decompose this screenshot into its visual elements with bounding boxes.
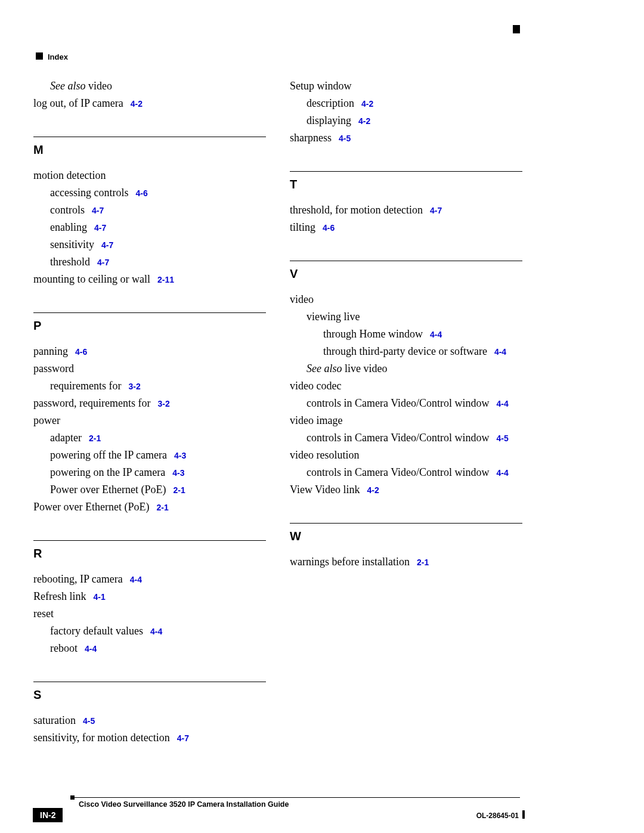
page-ref-link[interactable]: 4-7: [97, 258, 109, 267]
entry-text: requirements for: [50, 380, 121, 392]
index-entry: View Video link4-2: [290, 484, 522, 495]
page-ref-link[interactable]: 4-7: [92, 206, 104, 215]
page-ref-link[interactable]: 2-11: [157, 275, 174, 284]
entry-text: tilting: [290, 221, 315, 233]
page-ref-link[interactable]: 4-6: [323, 223, 335, 233]
entry-text: video image: [290, 414, 342, 426]
index-entry: accessing controls4-6: [33, 187, 266, 198]
entry-text: reset: [33, 608, 54, 620]
page-ref-link[interactable]: 2-1: [417, 558, 429, 567]
entry-text: video: [290, 293, 314, 305]
page-ref-link[interactable]: 4-4: [497, 468, 509, 478]
index-entry: warnings before installation2-1: [290, 556, 522, 567]
section-letter: W: [290, 529, 522, 543]
entry-text: password: [33, 363, 74, 374]
index-entry: sensitivity4-7: [33, 239, 266, 250]
page-ref-link[interactable]: 4-3: [172, 468, 184, 478]
index-entry: factory default values4-4: [33, 625, 266, 636]
index-entry: video resolution: [290, 450, 522, 460]
entry-text: powering on the IP camera: [50, 466, 165, 478]
index-entry: controls4-7: [33, 205, 266, 215]
section-rule: [290, 523, 522, 524]
page-ref-link[interactable]: 4-5: [339, 134, 351, 143]
index-entry: viewing live: [290, 311, 522, 322]
page-ref-link[interactable]: 2-1: [89, 433, 101, 443]
footer-square-icon: [70, 795, 75, 800]
page-ref-link[interactable]: 3-2: [128, 382, 140, 391]
index-entry: threshold, for motion detection4-7: [290, 205, 522, 215]
entry-text: sharpness: [290, 132, 332, 144]
index-entry: controls in Camera Video/Control window4…: [290, 398, 522, 408]
index-entry: rebooting, IP camera4-4: [33, 574, 266, 584]
section-rule: [290, 171, 522, 172]
see-also-text: See also video: [50, 80, 112, 92]
entry-text: video codec: [290, 380, 341, 392]
index-entry: through Home window4-4: [290, 329, 522, 339]
index-entry: controls in Camera Video/Control window4…: [290, 432, 522, 443]
section-letter: M: [33, 143, 266, 157]
index-entry: log out, of IP camera4-2: [33, 98, 266, 109]
section-rule: [33, 540, 266, 541]
page-ref-link[interactable]: 4-4: [430, 330, 442, 339]
entry-text: log out, of IP camera: [33, 97, 123, 109]
index-entry: power: [33, 415, 266, 426]
page-ref-link[interactable]: 4-7: [94, 223, 106, 233]
index-entry: motion detection: [33, 170, 266, 181]
section-rule: [33, 312, 266, 313]
header-mark: [513, 25, 520, 33]
index-entry: video codec: [290, 380, 522, 391]
index-entry: See also video: [33, 80, 266, 91]
page-ref-link[interactable]: 4-6: [135, 188, 147, 198]
entry-text: factory default values: [50, 625, 143, 637]
section-rule: [290, 261, 522, 261]
entry-text: controls in Camera Video/Control window: [306, 397, 490, 409]
index-entry: reset: [33, 608, 266, 619]
page-ref-link[interactable]: 4-1: [93, 592, 105, 602]
page-ref-link[interactable]: 4-7: [430, 206, 442, 215]
entry-text: motion detection: [33, 169, 106, 181]
entry-text: powering off the IP camera: [50, 449, 167, 461]
section-letter: T: [290, 178, 522, 191]
page-ref-link[interactable]: 4-4: [494, 347, 506, 357]
page-ref-link[interactable]: 4-7: [177, 733, 189, 743]
entry-text: viewing live: [306, 311, 360, 323]
page-ref-link[interactable]: 4-4: [130, 575, 142, 584]
index-entry: video image: [290, 415, 522, 426]
entry-text: accessing controls: [50, 187, 128, 199]
entry-text: rebooting, IP camera: [33, 573, 123, 585]
page-number: IN-2: [33, 808, 63, 822]
page-ref-link[interactable]: 4-4: [497, 399, 509, 408]
entry-text: sensitivity, for motion detection: [33, 732, 170, 744]
page-ref-link[interactable]: 4-5: [497, 433, 509, 443]
see-also-target: video: [88, 80, 112, 92]
index-entry: controls in Camera Video/Control window4…: [290, 467, 522, 478]
index-entry: panning4-6: [33, 346, 266, 357]
page-ref-link[interactable]: 4-2: [367, 485, 379, 495]
index-entry: through third-party device or software4-…: [290, 346, 522, 357]
page-ref-link[interactable]: 4-2: [361, 99, 373, 109]
index-column-left: See also videolog out, of IP camera4-2Mm…: [33, 80, 266, 750]
page-ref-link[interactable]: 2-1: [156, 503, 168, 512]
index-entry: Setup window: [290, 80, 522, 91]
entry-text: View Video link: [290, 484, 360, 496]
entry-text: controls in Camera Video/Control window: [306, 466, 490, 478]
section-letter: S: [33, 688, 266, 702]
page-ref-link[interactable]: 4-6: [75, 347, 87, 357]
page-ref-link[interactable]: 4-3: [174, 451, 186, 460]
index-entry: sharpness4-5: [290, 132, 522, 143]
page-ref-link[interactable]: 4-4: [150, 627, 162, 636]
see-also-text: See also live video: [306, 363, 387, 374]
page-ref-link[interactable]: 4-5: [83, 716, 95, 726]
page-ref-link[interactable]: 4-7: [101, 240, 113, 250]
index-entry: powering on the IP camera4-3: [33, 467, 266, 478]
index-entry: Power over Ethernet (PoE)2-1: [33, 501, 266, 512]
page-ref-link[interactable]: 2-1: [173, 485, 185, 495]
page-ref-link[interactable]: 4-2: [358, 116, 370, 126]
page-ref-link[interactable]: 3-2: [157, 399, 169, 408]
index-entry: powering off the IP camera4-3: [33, 450, 266, 460]
index-entry: threshold4-7: [33, 256, 266, 267]
entry-text: video resolution: [290, 449, 359, 461]
page-ref-link[interactable]: 4-4: [85, 644, 97, 654]
entry-text: adapter: [50, 432, 82, 444]
page-ref-link[interactable]: 4-2: [131, 99, 143, 109]
